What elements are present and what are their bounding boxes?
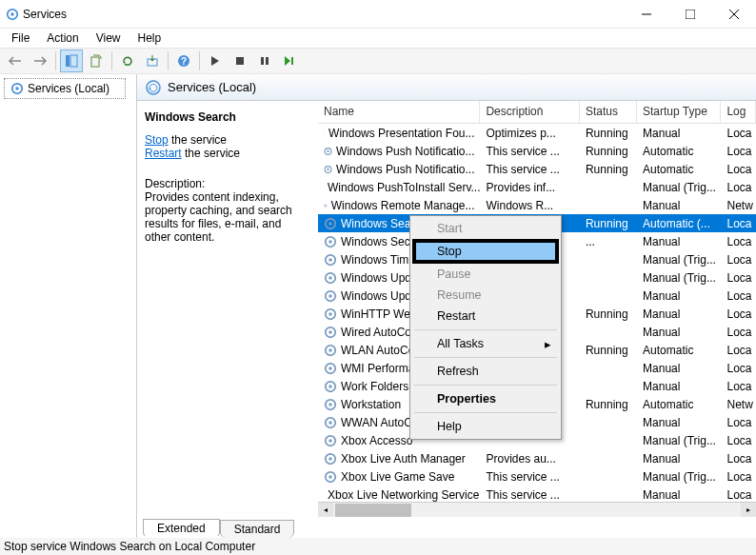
- cell-description: This service ...: [480, 163, 579, 176]
- service-row[interactable]: Windows PushToInstall Serv...Provides in…: [318, 178, 756, 196]
- close-button[interactable]: [712, 0, 756, 29]
- svg-rect-3: [686, 10, 695, 19]
- forward-button[interactable]: [29, 50, 51, 72]
- help-button[interactable]: ?: [172, 50, 195, 72]
- app-icon: [6, 8, 19, 21]
- gear-icon: [324, 145, 332, 158]
- cell-logon: Loca: [721, 127, 756, 140]
- cell-logon: Loca: [721, 452, 756, 466]
- cell-description: This service ...: [480, 145, 579, 158]
- show-hide-tree-button[interactable]: [60, 50, 83, 72]
- cell-startup: Manual: [637, 416, 721, 429]
- cell-status: Running: [580, 127, 637, 140]
- gear-icon: [324, 271, 337, 285]
- cell-startup: Manual (Trig...: [637, 181, 721, 194]
- column-headers: Name^ Description Status Startup Type Lo…: [318, 101, 756, 124]
- svg-text:?: ?: [181, 56, 187, 67]
- detail-restart-line: Restart the service: [145, 147, 310, 160]
- stop-service-link[interactable]: Stop: [145, 133, 169, 147]
- tab-standard[interactable]: Standard: [220, 520, 295, 538]
- cell-startup: Manual (Trig...: [637, 470, 721, 484]
- service-row[interactable]: Windows Push Notificatio...This service …: [318, 160, 756, 178]
- horizontal-scrollbar[interactable]: ◂ ▸: [318, 502, 756, 517]
- back-button[interactable]: [4, 50, 27, 72]
- gear-icon: [324, 307, 337, 321]
- export-button[interactable]: [141, 50, 164, 72]
- svg-rect-14: [266, 57, 269, 65]
- service-list: Name^ Description Status Startup Type Lo…: [318, 101, 756, 517]
- cell-name: WLAN AutoCo: [341, 344, 414, 357]
- scroll-right-button[interactable]: ▸: [741, 503, 756, 518]
- menu-view[interactable]: View: [89, 30, 129, 47]
- svg-point-56: [328, 457, 332, 461]
- refresh-button[interactable]: [116, 50, 139, 72]
- export-list-button[interactable]: [85, 50, 108, 72]
- pause-service-icon[interactable]: [253, 50, 276, 72]
- cell-description: This service ...: [480, 488, 579, 502]
- cell-startup: Manual (Trig...: [637, 253, 721, 267]
- service-row[interactable]: Windows Remote Manage...Windows R...Manu…: [318, 196, 756, 214]
- cell-name: WMI Performa: [341, 362, 414, 375]
- svg-point-46: [328, 367, 332, 370]
- stop-service-icon[interactable]: [229, 50, 251, 72]
- menu-action[interactable]: Action: [39, 30, 86, 47]
- minimize-button[interactable]: [625, 0, 668, 29]
- gear-icon: [324, 326, 337, 339]
- col-status[interactable]: Status: [580, 101, 637, 123]
- ctx-resume[interactable]: Resume: [412, 285, 559, 306]
- cell-startup: Manual: [637, 488, 721, 502]
- cell-description: This service ...: [480, 470, 579, 484]
- ctx-pause[interactable]: Pause: [412, 264, 559, 285]
- menu-file[interactable]: File: [4, 30, 37, 47]
- col-description[interactable]: Description: [480, 101, 579, 123]
- svg-point-48: [328, 385, 332, 388]
- ctx-restart[interactable]: Restart: [412, 306, 559, 327]
- menu-help[interactable]: Help: [130, 30, 169, 47]
- ctx-stop[interactable]: Stop: [412, 239, 559, 264]
- svg-rect-13: [261, 57, 264, 65]
- cell-name: Xbox Live Auth Manager: [341, 452, 466, 466]
- cell-logon: Loca: [721, 145, 756, 158]
- cell-status: Running: [580, 307, 637, 321]
- service-row[interactable]: Windows Push Notificatio...This service …: [318, 142, 756, 160]
- ctx-sep: [414, 329, 557, 330]
- col-logon[interactable]: Log: [721, 101, 756, 123]
- cell-startup: Manual: [637, 199, 721, 212]
- cell-startup: Manual: [637, 326, 721, 339]
- ctx-start[interactable]: Start: [412, 218, 559, 239]
- cell-startup: Automatic: [637, 163, 721, 176]
- content-pane: Services (Local) Windows Search Stop the…: [137, 74, 756, 538]
- tree-node-services-local[interactable]: Services (Local): [4, 78, 126, 99]
- restart-service-icon[interactable]: [278, 50, 301, 72]
- cell-name: Workstation: [341, 398, 401, 411]
- cell-logon: Loca: [721, 235, 756, 248]
- cell-name: Windows Upd: [341, 271, 411, 285]
- status-text: Stop service Windows Search on Local Com…: [4, 540, 255, 553]
- maximize-button[interactable]: [668, 0, 712, 29]
- restart-service-link[interactable]: Restart: [145, 147, 182, 160]
- ctx-all-tasks[interactable]: All Tasks▸: [412, 333, 559, 354]
- svg-point-24: [327, 168, 328, 169]
- service-row[interactable]: Xbox Live Auth ManagerProvides au...Manu…: [318, 449, 756, 467]
- ctx-help[interactable]: Help: [412, 416, 559, 437]
- col-name[interactable]: Name^: [318, 101, 480, 123]
- ctx-properties[interactable]: Properties: [412, 388, 559, 409]
- cell-startup: Manual (Trig...: [637, 434, 721, 447]
- svg-point-40: [328, 312, 332, 316]
- scroll-left-button[interactable]: ◂: [318, 503, 333, 518]
- cell-logon: Loca: [721, 289, 756, 303]
- service-row[interactable]: Windows Presentation Fou...Optimizes p..…: [318, 124, 756, 142]
- gear-icon: [324, 289, 337, 303]
- title-bar: Services: [0, 0, 756, 29]
- service-row[interactable]: Xbox Live Game SaveThis service ...Manua…: [318, 467, 756, 486]
- svg-point-36: [328, 276, 332, 280]
- cell-status: Running: [580, 398, 637, 411]
- cell-name: Windows Push Notificatio...: [336, 163, 474, 176]
- service-row[interactable]: Xbox Live Networking ServiceThis service…: [318, 486, 756, 502]
- start-service-icon[interactable]: [204, 50, 227, 72]
- tab-extended[interactable]: Extended: [143, 519, 220, 538]
- col-startup-type[interactable]: Startup Type: [637, 101, 721, 123]
- scroll-thumb[interactable]: [335, 504, 411, 517]
- ctx-refresh[interactable]: Refresh: [412, 361, 559, 382]
- gear-icon: [324, 344, 337, 357]
